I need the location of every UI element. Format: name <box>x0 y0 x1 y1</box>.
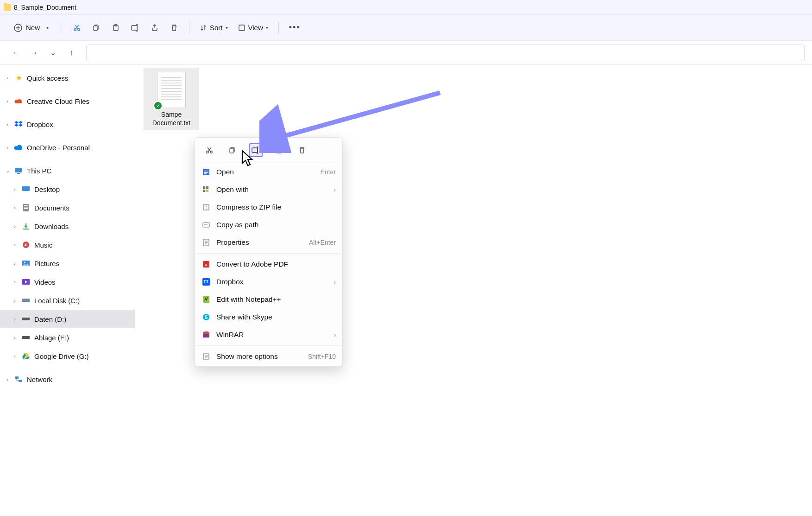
svg-rect-29 <box>22 301 30 302</box>
context-copy-as-path[interactable]: Copy as path <box>195 216 342 234</box>
svg-rect-48 <box>203 186 205 189</box>
sidebar-item-videos[interactable]: › Videos <box>0 273 135 291</box>
context-share-skype[interactable]: S Share with Skype <box>195 308 342 326</box>
adobe-pdf-icon: A <box>201 260 211 269</box>
chevron-right-icon: › <box>334 331 336 338</box>
context-edit-notepadpp[interactable]: Edit with Notepad++ <box>195 291 342 308</box>
sidebar-item-label: This PC <box>27 167 51 175</box>
sidebar-item-network[interactable]: › Network <box>0 370 135 389</box>
chevron-right-icon: › <box>334 186 336 193</box>
main-area: › ★ Quick access › Creative Cloud Files … <box>0 65 812 516</box>
sidebar-item-creative-cloud[interactable]: › Creative Cloud Files <box>0 92 135 110</box>
more-button[interactable]: ••• <box>285 19 304 36</box>
sidebar-item-ablage-e[interactable]: › Ablage (E:) <box>0 328 135 347</box>
context-compress-zip[interactable]: Compress to ZIP file <box>195 198 342 216</box>
onedrive-icon <box>14 143 23 152</box>
chevron-right-icon: › <box>12 205 18 210</box>
context-cut-button[interactable] <box>202 143 216 157</box>
context-dropbox[interactable]: Dropbox › <box>195 273 342 291</box>
chevron-right-icon: › <box>5 121 10 127</box>
sidebar-item-label: Quick access <box>27 74 68 82</box>
share-button[interactable] <box>146 19 163 36</box>
sidebar-item-label: Music <box>34 241 52 249</box>
copy-button[interactable] <box>88 19 105 36</box>
context-winrar[interactable]: WinRAR › <box>195 326 342 344</box>
window-title: 8_Sample_Document <box>14 4 76 11</box>
sidebar-item-pictures[interactable]: › Pictures <box>0 254 135 273</box>
svg-rect-68 <box>204 331 208 332</box>
chevron-right-icon: › <box>12 298 18 303</box>
context-item-label: Properties <box>216 238 303 247</box>
sidebar-item-this-pc[interactable]: ⌄ This PC <box>0 161 135 180</box>
arrow-up-icon: ↑ <box>69 49 73 57</box>
sidebar-item-music[interactable]: › Music <box>0 236 135 254</box>
properties-icon <box>201 238 211 247</box>
chevron-down-icon: ⌄ <box>5 168 10 174</box>
context-copy-button[interactable] <box>226 143 239 157</box>
context-delete-button[interactable] <box>295 143 309 157</box>
sidebar-item-local-disk-c[interactable]: › Local Disk (C:) <box>0 291 135 310</box>
context-item-label: Show more options <box>216 352 302 361</box>
chevron-down-icon: ▾ <box>46 25 49 30</box>
svg-rect-45 <box>204 171 208 172</box>
sidebar-item-label: Desktop <box>34 185 60 193</box>
paste-button[interactable] <box>107 19 124 36</box>
folder-icon <box>4 4 11 11</box>
context-share-button[interactable] <box>272 143 286 157</box>
rename-icon <box>131 24 140 32</box>
file-item[interactable]: ✓ Sampe Document.txt <box>144 68 199 130</box>
context-convert-adobe-pdf[interactable]: A Convert to Adobe PDF <box>195 255 342 273</box>
up-button[interactable]: ↑ <box>63 45 80 61</box>
svg-rect-32 <box>15 376 19 379</box>
svg-rect-11 <box>132 25 137 30</box>
delete-button[interactable] <box>166 19 183 36</box>
sidebar-item-desktop[interactable]: › Desktop <box>0 180 135 198</box>
chevron-right-icon: › <box>5 145 10 150</box>
chevron-right-icon: › <box>12 316 18 322</box>
sidebar: › ★ Quick access › Creative Cloud Files … <box>0 65 135 516</box>
view-button[interactable]: View ▾ <box>234 19 272 36</box>
new-button[interactable]: New ▾ <box>7 19 55 36</box>
context-rename-button[interactable] <box>249 143 263 157</box>
context-open-with[interactable]: Open with › <box>195 181 342 198</box>
context-item-label: Share with Skype <box>216 313 336 321</box>
toolbar: New ▾ Sort ▾ View ▾ ••• <box>0 15 812 41</box>
sidebar-item-label: Dropbox <box>27 121 53 128</box>
ellipsis-icon: ••• <box>289 23 301 32</box>
context-item-shortcut: Enter <box>321 168 336 176</box>
svg-rect-62 <box>202 278 210 286</box>
sidebar-item-documents[interactable]: › Documents <box>0 198 135 217</box>
sort-button[interactable]: Sort ▾ <box>196 19 232 36</box>
google-drive-icon <box>21 351 31 361</box>
forward-button[interactable]: → <box>26 45 43 61</box>
recent-dropdown-button[interactable]: ⌄ <box>44 45 61 61</box>
svg-rect-31 <box>22 336 30 339</box>
context-separator <box>195 253 342 254</box>
skype-icon: S <box>201 312 211 322</box>
arrow-left-icon: ← <box>12 49 19 57</box>
address-bar[interactable] <box>86 45 805 61</box>
cut-icon <box>205 146 214 154</box>
sidebar-item-quick-access[interactable]: › ★ Quick access <box>0 69 135 87</box>
context-show-more-options[interactable]: Show more options Shift+F10 <box>195 348 342 365</box>
back-button[interactable]: ← <box>7 45 24 61</box>
dropbox-icon <box>201 277 211 287</box>
svg-text:S: S <box>205 315 208 320</box>
context-open[interactable]: Open Enter <box>195 163 342 181</box>
context-item-label: Convert to Adobe PDF <box>216 260 336 268</box>
svg-rect-19 <box>23 204 29 211</box>
svg-rect-17 <box>17 173 20 174</box>
sidebar-item-google-drive[interactable]: › Google Drive (G:) <box>0 347 135 365</box>
context-properties[interactable]: Properties Alt+Enter <box>195 234 342 251</box>
chevron-right-icon: › <box>5 75 10 81</box>
sidebar-item-downloads[interactable]: › Downloads <box>0 217 135 236</box>
chevron-right-icon: › <box>5 376 10 382</box>
chevron-right-icon: › <box>12 242 18 248</box>
sidebar-item-onedrive[interactable]: › OneDrive - Personal <box>0 138 135 157</box>
rename-button[interactable] <box>127 19 144 36</box>
cut-button[interactable] <box>69 19 85 36</box>
sidebar-item-dropbox[interactable]: › Dropbox <box>0 115 135 134</box>
share-icon <box>275 146 283 154</box>
sidebar-item-daten-d[interactable]: › Daten (D:) <box>0 310 135 328</box>
context-item-label: Open with <box>216 185 328 194</box>
